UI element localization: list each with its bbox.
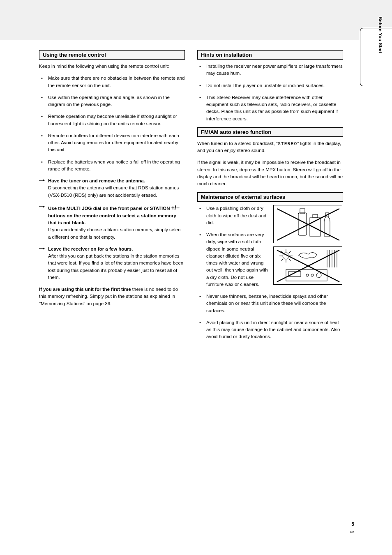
bullet-text: Installing the receiver near power ampli… — [206, 63, 343, 77]
stereo-paragraph-2: If the signal is weak, it may be impossi… — [197, 159, 343, 187]
bullet-text: This Stereo Receiver may cause interfere… — [206, 94, 343, 122]
section-heading-remote: Using the remote control — [39, 50, 185, 60]
step-lead: Use the MULTI JOG dial on the front — [48, 206, 129, 211]
step-body: Disconnecting the antenna will ensure th… — [48, 185, 179, 197]
section-heading-installation: Hints on installation — [197, 50, 343, 60]
bullet-text: Never use thinners, benzene, insecticide… — [206, 293, 343, 314]
bullet-text: Make sure that there are no obstacles in… — [48, 75, 185, 89]
outro-lead: If you are using this unit for the first… — [39, 287, 131, 292]
bullet-text: Use a polishing cloth or dry cloth to wi… — [206, 205, 270, 226]
outro-paragraph: If you are using this unit for the first… — [39, 286, 185, 307]
bullet-item: • Make sure that there are no obstacles … — [39, 75, 185, 89]
svg-point-30 — [311, 274, 314, 276]
svg-point-31 — [306, 274, 309, 276]
right-column: Hints on installation • Installing the r… — [197, 50, 343, 345]
bullet-text: Replace the batteries when you notice a … — [48, 159, 185, 173]
step-lead: Leave the receiver on for a few hours. — [48, 246, 133, 251]
svg-rect-27 — [286, 269, 327, 281]
step-item: Leave the receiver on for a few hours. A… — [39, 246, 185, 281]
step-body-a: panel or STATION — [129, 206, 171, 211]
plus-minus-icon: +/− — [171, 205, 180, 211]
bullet-icon: • — [39, 159, 45, 173]
step-item: Use the MULTI JOG dial on the front pane… — [39, 204, 185, 241]
maintenance-block: • Use a polishing cloth or dry cloth to … — [197, 205, 343, 345]
svg-marker-5 — [43, 247, 45, 250]
bullet-icon: • — [197, 82, 203, 89]
bullet-icon: • — [197, 319, 203, 341]
bullet-item: • Do not install the player on unstable … — [197, 82, 343, 89]
no-chemicals-illustration — [273, 205, 342, 243]
bullet-item: • Use within the operating range and ang… — [39, 94, 185, 108]
svg-rect-28 — [288, 272, 301, 276]
bullet-item: • Never use thinners, benzene, insectici… — [197, 293, 343, 314]
svg-line-21 — [289, 251, 291, 253]
bullet-text: Remote controllers for different devices… — [48, 132, 185, 154]
bullet-item: • Remote operation may become unreliable… — [39, 113, 185, 127]
step-lead: Have the tuner on and remove the antenna… — [48, 178, 145, 183]
header-band — [0, 0, 392, 40]
bullet-icon: • — [197, 293, 203, 314]
svg-marker-3 — [43, 205, 45, 208]
left-column: Using the remote control Keep in mind th… — [39, 50, 185, 345]
intro-paragraph: Keep in mind the following when using th… — [39, 63, 185, 70]
bullet-icon: • — [39, 94, 45, 108]
side-tab — [360, 28, 392, 86]
bullet-text: When the surfaces are very dirty, wipe w… — [206, 231, 270, 288]
bullet-item: • Installing the receiver near power amp… — [197, 63, 343, 77]
svg-point-29 — [316, 273, 321, 278]
step-body-c: If you accidentally choose a blank stati… — [48, 227, 182, 239]
side-tab-label: Before You Start — [378, 16, 383, 53]
svg-line-20 — [281, 259, 283, 261]
stereo-paragraph: When tuned in to a stereo broadcast, "ST… — [197, 140, 343, 154]
content-area: Using the remote control Keep in mind th… — [39, 50, 343, 345]
arrow-icon — [39, 177, 45, 199]
bullet-icon: • — [39, 75, 45, 89]
bullet-icon: • — [197, 63, 203, 77]
step-text: Have the tuner on and remove the antenna… — [48, 177, 185, 199]
stereo-text-a: When tuned in to a stereo broadcast, " — [197, 141, 278, 146]
bullet-text: Avoid placing this unit in direct sunlig… — [206, 319, 343, 341]
stereo-display-label: STEREO — [278, 141, 297, 146]
bullet-icon: • — [197, 205, 203, 226]
arrow-icon — [39, 246, 45, 281]
bullet-item: • Remote controllers for different devic… — [39, 132, 185, 154]
bullet-item: • When the surfaces are very dirty, wipe… — [197, 231, 270, 288]
step-body-b: buttons on the remote control to select … — [48, 213, 176, 225]
bullet-icon: • — [197, 94, 203, 122]
bullet-item: • Replace the batteries when you notice … — [39, 159, 185, 173]
bullet-icon: • — [39, 132, 45, 154]
bullet-item: • This Stereo Receiver may cause interfe… — [197, 94, 343, 122]
bullet-text: Do not install the player on unstable or… — [206, 82, 325, 89]
bullet-text: Use within the operating range and angle… — [48, 94, 185, 108]
page-number: 5 — [351, 521, 354, 527]
page-language: En — [350, 530, 354, 534]
svg-rect-9 — [313, 214, 318, 218]
bullet-text: Remote operation may become unreliable i… — [48, 113, 185, 127]
svg-marker-1 — [43, 179, 45, 182]
no-heat-sun-illustration — [273, 246, 342, 285]
section-heading-maintenance: Maintenance of external surfaces — [197, 192, 343, 202]
bullet-item: • Avoid placing this unit in direct sunl… — [197, 319, 343, 341]
bullet-icon: • — [39, 113, 45, 127]
illustration-block — [273, 205, 343, 288]
step-text: Leave the receiver on for a few hours. A… — [48, 246, 185, 281]
bullet-icon: • — [197, 231, 203, 288]
arrow-icon — [39, 204, 45, 241]
svg-line-19 — [289, 259, 291, 261]
step-body: After this you can put back the stations… — [48, 253, 183, 280]
step-text: Use the MULTI JOG dial on the front pane… — [48, 204, 185, 241]
section-heading-stereo: FM/AM auto stereo function — [197, 127, 343, 137]
step-item: Have the tuner on and remove the antenna… — [39, 177, 185, 199]
bullet-item: • Use a polishing cloth or dry cloth to … — [197, 205, 270, 226]
svg-rect-6 — [298, 213, 307, 235]
